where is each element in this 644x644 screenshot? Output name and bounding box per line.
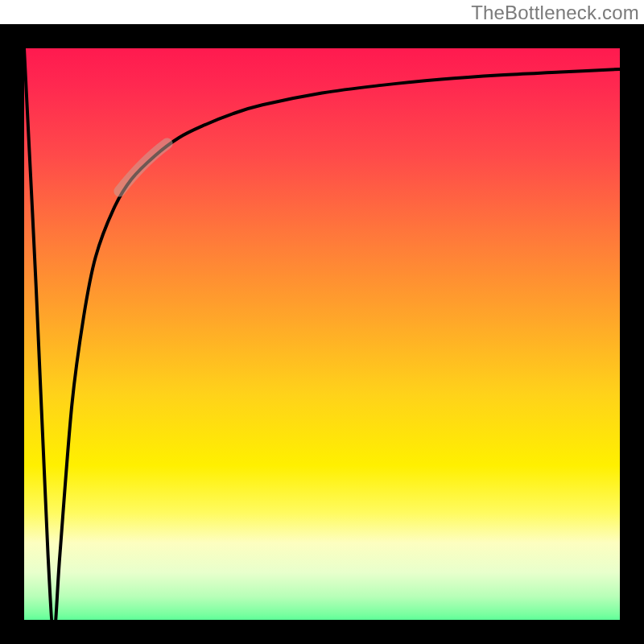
frame-border-top: [0, 24, 644, 48]
frame-border-left: [0, 24, 24, 644]
bottleneck-curve-path: [24, 48, 620, 632]
curve-svg: [24, 48, 620, 644]
chart-container: TheBottleneck.com: [0, 0, 644, 644]
frame-border-right: [620, 24, 644, 644]
chart-frame: [0, 24, 644, 644]
curve-highlight-segment: [119, 143, 167, 191]
watermark-text: TheBottleneck.com: [471, 2, 639, 24]
